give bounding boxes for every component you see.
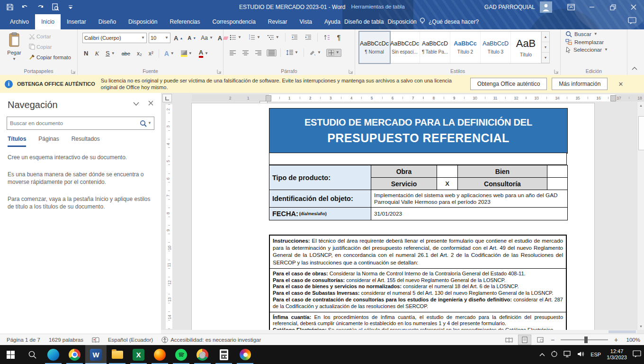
right-margin-marker[interactable] [610,95,616,101]
copy-button[interactable]: Copiar [27,43,72,50]
show-paragraph-marks-button[interactable]: ¶ [336,33,342,42]
start-button[interactable] [0,345,21,364]
taskbar-word[interactable]: W [85,345,107,364]
vertical-ruler[interactable]: 234567891011121314 [166,104,172,329]
mark-servicio-cell[interactable]: X [437,178,458,190]
scroll-down-icon[interactable]: ▼ [637,323,644,330]
zoom-out-icon[interactable]: − [549,336,556,344]
ribbon-tab[interactable]: Diseño [92,14,122,29]
strikethrough-button[interactable]: abe [120,50,132,57]
taskbar-spotify[interactable] [170,345,192,364]
underline-button[interactable]: S▼ [104,49,116,57]
shrink-font-button[interactable]: A▼ [186,33,197,43]
font-size-combo[interactable]: 10▼ [149,33,170,43]
undo-icon[interactable] [20,2,30,12]
styles-dialog-launcher-icon[interactable] [554,69,559,73]
style-item[interactable]: AaBbCcDc Sin espaci... [390,32,420,63]
styles-scroll-up-icon[interactable]: ▲ [542,32,549,42]
style-item[interactable]: AaBbCc Título 2 [450,32,481,63]
search-input[interactable] [7,120,140,126]
network-icon[interactable] [564,351,572,359]
dismiss-warning-icon[interactable]: ✕ [618,81,623,88]
cut-button[interactable]: Cortar [27,33,72,40]
select-button[interactable]: Seleccionar▼ [565,46,627,53]
input-language[interactable]: ESP [590,352,601,357]
align-left-button[interactable] [228,50,237,56]
increase-indent-button[interactable] [304,34,313,41]
find-button[interactable]: Buscar▼ [565,31,627,37]
minimize-icon[interactable] [581,0,602,14]
search-icon[interactable]: ▼ [140,120,154,127]
read-mode-icon[interactable] [503,335,515,345]
close-pane-icon[interactable] [148,100,153,107]
highlight-button[interactable]: ▼ [179,50,194,57]
get-genuine-office-button[interactable]: Obtenga Office auténtico [470,78,547,90]
close-icon[interactable] [623,0,644,14]
zoom-slider[interactable] [561,339,608,340]
taskbar-file-explorer[interactable] [107,345,128,364]
qat-customize-icon[interactable] [65,2,76,12]
ribbon-tab[interactable]: Insertar [61,14,92,29]
font-dialog-launcher-icon[interactable] [217,69,222,73]
tell-me-box[interactable]: ¿Qué desea hacer? [420,14,479,29]
vertical-scrollbar[interactable]: ▲ ▼ [637,102,644,330]
print-preview-icon[interactable] [50,2,61,12]
zoom-in-icon[interactable]: + [613,336,619,344]
justify-button[interactable] [267,49,277,56]
word-count[interactable]: 1629 palabras [49,337,83,343]
taskbar-chrome-profile[interactable] [192,345,213,364]
bold-button[interactable]: N [82,49,89,57]
onedrive-sync-icon[interactable] [551,350,558,359]
font-name-combo[interactable]: Calibri (Cuerpo)▼ [82,33,147,43]
object-value-cell[interactable]: Implementación del sistema web y aplicac… [371,190,567,208]
taskbar-calculator[interactable] [213,345,234,364]
style-item[interactable]: AaBbCcDc ¶ Normal [359,32,390,63]
scroll-up-icon[interactable]: ▲ [637,102,644,109]
format-painter-button[interactable]: Copiar formato [27,54,72,61]
grow-font-button[interactable]: A▲ [172,33,184,43]
text-effects-button[interactable]: A▼ [163,49,176,58]
ribbon-tab[interactable]: Vista [294,14,318,29]
language-indicator[interactable]: Español (Ecuador) [108,337,153,343]
horizontal-scroll-thumb[interactable] [608,330,636,333]
account-name[interactable]: GAD PARROQUIAL [484,4,535,10]
horizontal-scrollbar[interactable] [161,330,637,334]
shading-button[interactable]: ▼ [308,49,322,56]
style-item[interactable]: AaBbCcD ¶ Table Pa... [420,32,450,63]
taskbar-firefox[interactable] [149,345,170,364]
mark-bien-cell[interactable] [547,165,567,178]
numbering-button[interactable]: ▼ [247,34,262,41]
mark-obra-cell[interactable] [437,165,458,178]
context-ribbon-tab[interactable]: Diseño de tabla [342,14,385,29]
taskbar-edge[interactable] [43,345,64,364]
decrease-indent-button[interactable] [290,34,299,41]
replace-button[interactable]: Reemplazar [565,39,627,45]
taskbar-paint[interactable] [234,345,256,364]
redo-icon[interactable] [35,2,45,12]
sort-button[interactable] [322,34,331,41]
vertical-scroll-thumb[interactable] [638,116,644,150]
ribbon-tab[interactable]: Correspondencia [206,14,261,29]
taskbar-chrome[interactable] [64,345,85,364]
instructions-intro-cell[interactable]: Instrucciones: El técnico del área requi… [270,236,566,268]
volume-icon[interactable] [577,351,585,359]
ribbon-tab[interactable]: Disposición [122,14,163,29]
subscript-button[interactable]: x₂ [135,50,143,57]
styles-more-icon[interactable]: ▼ [542,53,549,63]
taskbar-clock[interactable]: 12:47 1/3/2023 [607,348,627,361]
line-spacing-button[interactable]: ▼ [285,49,300,56]
accessibility-status[interactable]: Accesibilidad: es necesario investigar [161,337,261,343]
taskbar-excel[interactable]: X [128,345,149,364]
style-item[interactable]: AaBbCcD Título 3 [481,32,511,63]
mark-consultoria-cell[interactable] [547,178,567,190]
proofing-icon[interactable] [92,337,99,343]
web-layout-icon[interactable] [534,335,546,345]
feedback-icon[interactable] [628,17,636,26]
restore-icon[interactable] [602,0,623,14]
instructions-cases-cell[interactable]: Para el caso de obras: Considerar la Nor… [270,268,566,312]
pane-options-chevron-icon[interactable] [133,100,139,107]
context-ribbon-tab[interactable]: Disposición [385,14,418,29]
tab-selector[interactable] [162,94,172,102]
style-item[interactable]: AaB Título [511,32,541,63]
paragraph-dialog-launcher-icon[interactable] [349,69,353,73]
